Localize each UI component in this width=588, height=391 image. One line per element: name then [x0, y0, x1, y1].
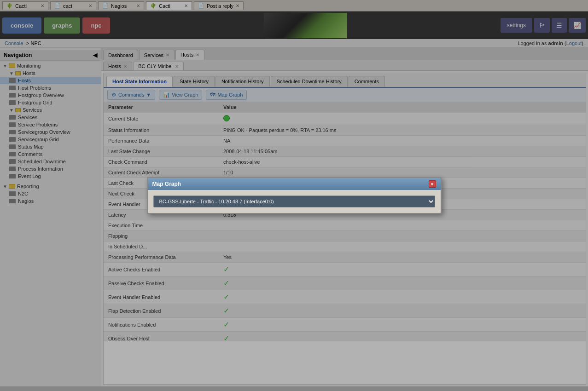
- modal-select-row: BC-GSS-Liberte - Traffic - 10.20.48.7 (I…: [153, 196, 435, 207]
- modal-overlay: Map Graph × BC-GSS-Liberte - Traffic - 1…: [0, 0, 588, 386]
- modal-body: BC-GSS-Liberte - Traffic - 10.20.48.7 (I…: [148, 190, 441, 213]
- modal-title-bar: Map Graph ×: [148, 178, 441, 190]
- modal-close-button[interactable]: ×: [429, 180, 436, 188]
- modal-title: Map Graph: [152, 181, 181, 187]
- map-graph-select[interactable]: BC-GSS-Liberte - Traffic - 10.20.48.7 (I…: [153, 196, 435, 207]
- modal-close-icon: ×: [431, 182, 434, 187]
- map-graph-modal: Map Graph × BC-GSS-Liberte - Traffic - 1…: [147, 177, 442, 214]
